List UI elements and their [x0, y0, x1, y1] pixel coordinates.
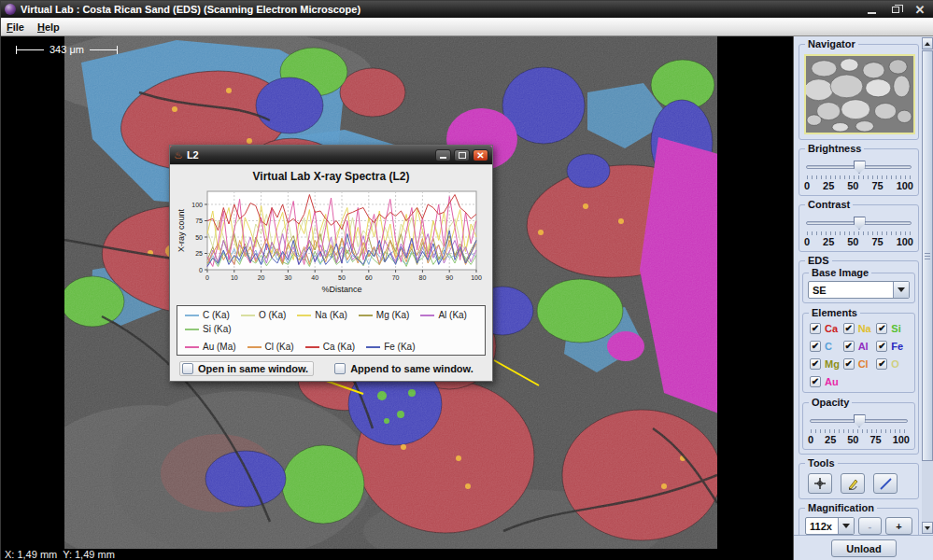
sidebar-scroll-area: Navigator Brightness — [796, 36, 921, 533]
tools-group: Tools — [799, 463, 919, 499]
freehand-tool-button[interactable] — [841, 473, 865, 494]
dropdown-button[interactable] — [893, 282, 909, 298]
legend-label: Au (Ma) — [203, 342, 236, 352]
legend-item: Au (Ma) — [185, 342, 236, 352]
element-toggle-ca[interactable]: ✔Ca — [810, 323, 841, 334]
svg-text:70: 70 — [392, 274, 400, 281]
menu-file[interactable]: File — [7, 21, 24, 33]
tools-label: Tools — [805, 457, 838, 469]
legend-item: Ca (Ka) — [305, 342, 355, 352]
dialog-close-button[interactable]: ✕ — [473, 149, 488, 161]
checkbox-icon[interactable]: ✔ — [876, 358, 887, 370]
slider-thumb[interactable] — [854, 161, 866, 174]
checkbox-icon[interactable] — [182, 363, 193, 374]
element-symbol: Mg — [825, 358, 840, 370]
navigator-thumbnail[interactable] — [804, 54, 915, 134]
element-toggle-au[interactable]: ✔Au — [810, 376, 841, 387]
sidebar-scrollbar[interactable] — [922, 37, 933, 534]
zoom-out-button[interactable]: - — [858, 517, 882, 535]
app-globe-icon — [5, 4, 16, 15]
magnification-select[interactable]: 112x — [805, 517, 855, 535]
checkbox-icon[interactable]: ✔ — [810, 376, 821, 387]
base-image-value: SE — [809, 285, 893, 296]
open-same-window-checkbox[interactable]: Open in same window. — [179, 361, 314, 376]
dialog-titlebar[interactable]: ♨ L2 ✕ — [170, 146, 492, 164]
checkbox-icon[interactable]: ✔ — [876, 341, 887, 352]
element-toggle-na[interactable]: ✔Na — [843, 323, 875, 334]
element-symbol: Al — [858, 341, 869, 352]
element-toggle-c[interactable]: ✔C — [810, 341, 841, 352]
legend-label: Na (Ka) — [315, 310, 346, 320]
element-toggle-cl[interactable]: ✔Cl — [843, 358, 875, 370]
checkbox-icon[interactable]: ✔ — [810, 341, 821, 352]
tick-label: 100 — [893, 434, 910, 445]
unload-button[interactable]: Unload — [831, 539, 897, 557]
legend-swatch — [185, 346, 199, 348]
close-button[interactable]: ✕ — [910, 3, 930, 16]
checkbox-icon[interactable]: ✔ — [843, 323, 855, 334]
minimize-button[interactable] — [861, 3, 882, 16]
line-icon — [879, 477, 893, 491]
tick-label: 25 — [825, 434, 836, 445]
svg-text:20: 20 — [258, 274, 265, 281]
restore-button[interactable] — [885, 3, 906, 16]
checkbox-icon[interactable]: ✔ — [843, 341, 855, 352]
checkbox-icon[interactable] — [334, 363, 346, 374]
scrollbar-thumb[interactable] — [922, 50, 933, 461]
slider-thumb[interactable] — [854, 414, 866, 427]
element-toggle-al[interactable]: ✔Al — [843, 341, 875, 352]
legend-swatch — [305, 346, 319, 348]
menu-bar: File Help — [1, 18, 933, 36]
window-title: Virtual Lab : Costa Rican Sand (EDS) (Sc… — [21, 4, 861, 15]
svg-text:50: 50 — [338, 274, 346, 281]
base-image-select[interactable]: SE — [808, 281, 910, 299]
checkbox-icon[interactable]: ✔ — [810, 323, 821, 334]
zoom-in-button[interactable]: + — [885, 517, 912, 535]
slider-thumb[interactable] — [854, 217, 866, 230]
dropdown-button[interactable] — [838, 518, 854, 534]
legend-item: Fe (Ka) — [366, 342, 415, 352]
legend-swatch — [297, 315, 311, 316]
brightness-group: Brightness 0255075100 — [799, 148, 919, 196]
legend-item: Al (Ka) — [420, 310, 467, 320]
opacity-slider[interactable] — [810, 413, 908, 428]
svg-text:90: 90 — [445, 274, 453, 281]
contrast-slider[interactable] — [806, 216, 912, 231]
tick-label: 100 — [897, 180, 913, 191]
element-symbol: Ca — [825, 323, 838, 334]
svg-text:0: 0 — [199, 267, 203, 273]
element-toggle-si[interactable]: ✔Si — [876, 323, 908, 334]
legend-swatch — [366, 346, 380, 348]
checkbox-icon[interactable]: ✔ — [876, 323, 887, 334]
point-tool-button[interactable] — [808, 473, 832, 494]
element-toggle-fe[interactable]: ✔Fe — [876, 341, 908, 352]
checkbox-icon[interactable]: ✔ — [843, 358, 855, 370]
arrow-up-icon — [925, 42, 930, 46]
element-symbol: Si — [891, 323, 900, 334]
spectra-dialog: ♨ L2 ✕ Virtual Lab X-ray Spectra (L2) 01… — [169, 145, 493, 382]
element-toggle-mg[interactable]: ✔Mg — [810, 358, 841, 370]
svg-text:25: 25 — [195, 250, 203, 257]
scroll-up-button[interactable] — [922, 37, 933, 49]
scroll-down-button[interactable] — [922, 522, 933, 534]
control-sidebar: Navigator Brightness — [793, 36, 933, 560]
chevron-down-icon — [842, 524, 850, 528]
menu-help[interactable]: Help — [37, 21, 60, 33]
arrow-down-icon — [925, 526, 930, 530]
brightness-slider[interactable] — [806, 160, 912, 175]
scale-bar: 343 μm — [16, 44, 118, 55]
legend-label: Mg (Ka) — [376, 310, 410, 320]
element-toggle-o[interactable]: ✔O — [876, 358, 908, 370]
elements-grid: ✔Ca✔Na✔Si✔C✔Al✔Fe✔Mg✔Cl✔O✔Au — [808, 321, 910, 388]
opacity-label: Opacity — [809, 397, 852, 408]
checkbox-icon[interactable]: ✔ — [810, 358, 821, 370]
dialog-minimize-button[interactable] — [435, 149, 451, 161]
append-same-window-checkbox[interactable]: Append to same window. — [334, 363, 474, 374]
tick-label: 50 — [847, 180, 858, 191]
line-tool-button[interactable] — [873, 473, 898, 494]
restore-icon — [892, 7, 899, 13]
dialog-maximize-button[interactable] — [454, 149, 470, 161]
dialog-options: Open in same window. Append to same wind… — [179, 361, 483, 376]
svg-text:80: 80 — [419, 274, 427, 281]
legend-label: O (Ka) — [259, 310, 286, 320]
